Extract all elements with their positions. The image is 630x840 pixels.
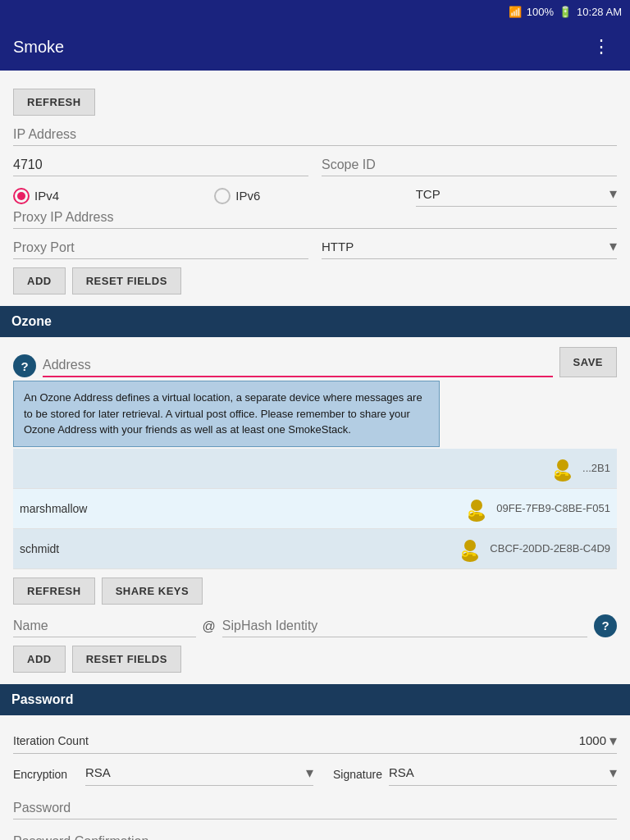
- iteration-dropdown-arrow[interactable]: ▾: [609, 732, 617, 750]
- ip-address-input[interactable]: [13, 124, 617, 146]
- ozone-add-reset-row: ADD RESET FIELDS: [13, 646, 617, 673]
- enc-sig-row: Encryption RSA EC McEliece ▾ Signature R…: [13, 764, 617, 786]
- port-input[interactable]: [13, 154, 308, 176]
- port-scopeid-row: [13, 154, 617, 176]
- ozone-input-row: ? SAVE: [13, 347, 617, 377]
- scope-id-field: [322, 154, 617, 176]
- app-bar: Smoke ⋮: [0, 23, 630, 71]
- ipv4-radio[interactable]: [13, 188, 30, 204]
- tcp-dropdown-arrow: ▾: [609, 185, 617, 203]
- password-confirm-input[interactable]: [13, 831, 617, 841]
- battery-text: 100%: [527, 6, 554, 18]
- battery-icon: 🔋: [559, 6, 572, 18]
- http-dropdown-wrapper: HTTP HTTPS SOCKS5 ▾: [322, 237, 617, 259]
- ozone-reset-button[interactable]: RESET FIELDS: [72, 646, 181, 673]
- scope-id-input[interactable]: [322, 154, 617, 176]
- ozone-save-button[interactable]: SAVE: [559, 347, 617, 377]
- signature-dropdown-wrapper: RSA EC ECDSA ▾: [389, 764, 617, 786]
- proxy-ip-field: [13, 207, 617, 229]
- ozone-list-item[interactable]: marshmallow 09FE-7FB9-C8BE-F051: [13, 489, 617, 529]
- ozone-section-header: Ozone: [0, 306, 630, 337]
- ipv6-option[interactable]: IPv6: [214, 188, 415, 204]
- status-bar: 📶 100% 🔋 10:28 AM: [0, 0, 630, 23]
- add-reset-row: ADD RESET FIELDS: [13, 267, 617, 294]
- name-identity-row: @ ?: [13, 614, 617, 637]
- password-section-header: Password: [0, 684, 630, 715]
- ozone-list-item[interactable]: schmidt CBCF-20DD-2E8B-C4D9: [13, 529, 617, 569]
- ozone-avatar-icon: [457, 536, 483, 562]
- ozone-item-hash: 09FE-7FB9-C8BE-F051: [496, 502, 617, 514]
- name-input[interactable]: [13, 615, 196, 637]
- main-content: REFRESH IPv4 IPv6 TCP UDP SCTP ▾: [0, 71, 630, 840]
- ip-address-field: [13, 124, 617, 146]
- tcp-dropdown[interactable]: TCP UDP SCTP: [416, 187, 609, 201]
- password-title: Password: [11, 692, 74, 707]
- time-text: 10:28 AM: [577, 6, 622, 18]
- at-sign: @: [203, 619, 216, 637]
- proxy-port-field: [13, 237, 308, 259]
- menu-icon[interactable]: ⋮: [586, 30, 617, 64]
- ozone-avatar-icon: [463, 495, 490, 522]
- proxy-port-row: HTTP HTTPS SOCKS5 ▾: [13, 237, 617, 259]
- encryption-dropdown-arrow: ▾: [306, 764, 313, 782]
- tcp-dropdown-wrapper: TCP UDP SCTP ▾: [416, 185, 617, 207]
- password-input[interactable]: [13, 797, 617, 819]
- ozone-list: ...2B1 marshmallow 09FE-7FB9-C8BE-F051 s…: [13, 449, 617, 569]
- iteration-count-row: Iteration Count 1000 ▾: [13, 732, 617, 754]
- ipv4-option[interactable]: IPv4: [13, 188, 214, 204]
- ozone-address-input[interactable]: [43, 354, 553, 377]
- ozone-item-hash: CBCF-20DD-2E8B-C4D9: [490, 542, 617, 555]
- ozone-title: Ozone: [11, 314, 52, 329]
- proxy-port-input[interactable]: [13, 237, 308, 259]
- ozone-item-name: schmidt: [13, 542, 450, 555]
- svg-point-0: [557, 459, 568, 471]
- ozone-list-item[interactable]: ...2B1: [13, 449, 617, 489]
- signature-dropdown[interactable]: RSA EC ECDSA: [389, 765, 609, 779]
- http-dropdown[interactable]: HTTP HTTPS SOCKS5: [322, 240, 609, 253]
- signature-label: Signature: [333, 768, 382, 781]
- ozone-item-hash: ...2B1: [582, 462, 617, 474]
- iteration-count-label: Iteration Count: [13, 734, 89, 747]
- ozone-avatar-icon: [550, 455, 576, 482]
- ozone-item-name: marshmallow: [13, 502, 457, 515]
- ipv6-label: IPv6: [235, 189, 260, 203]
- siphash-help-icon[interactable]: ?: [594, 614, 617, 637]
- signature-dropdown-arrow: ▾: [609, 764, 617, 782]
- add-button[interactable]: ADD: [13, 267, 66, 294]
- iteration-count-value: 1000: [579, 733, 606, 747]
- svg-point-6: [471, 500, 482, 511]
- password-section: Iteration Count 1000 ▾ Encryption RSA EC…: [13, 715, 617, 841]
- share-keys-button[interactable]: SHARE KEYS: [102, 578, 203, 605]
- ipv6-radio[interactable]: [214, 188, 231, 204]
- reset-fields-button[interactable]: RESET FIELDS: [72, 267, 181, 294]
- ozone-info-text: An Ozone Address defines a virtual locat…: [24, 391, 422, 436]
- app-title: Smoke: [13, 38, 64, 57]
- ozone-action-row: REFRESH SHARE KEYS: [13, 578, 617, 605]
- ipv4-label: IPv4: [34, 189, 59, 203]
- siphash-identity-input[interactable]: [222, 615, 587, 637]
- refresh-button[interactable]: REFRESH: [13, 89, 95, 116]
- wifi-icon: 📶: [509, 6, 522, 18]
- encryption-label: Encryption: [13, 768, 79, 781]
- iteration-count-value-row: 1000 ▾: [579, 732, 617, 750]
- port-field: [13, 154, 308, 176]
- top-btn-row: REFRESH: [13, 89, 617, 116]
- ozone-help-icon[interactable]: ?: [13, 354, 36, 377]
- encryption-dropdown[interactable]: RSA EC McEliece: [85, 765, 306, 779]
- ozone-add-button[interactable]: ADD: [13, 646, 66, 673]
- ozone-refresh-button[interactable]: REFRESH: [13, 578, 95, 605]
- proxy-ip-input[interactable]: [13, 207, 617, 229]
- encryption-dropdown-wrapper: RSA EC McEliece ▾: [85, 764, 313, 786]
- ip-version-row: IPv4 IPv6 TCP UDP SCTP ▾: [13, 185, 617, 207]
- http-dropdown-arrow: ▾: [609, 237, 617, 255]
- ozone-info-box: An Ozone Address defines a virtual locat…: [13, 381, 440, 447]
- svg-point-12: [464, 540, 476, 551]
